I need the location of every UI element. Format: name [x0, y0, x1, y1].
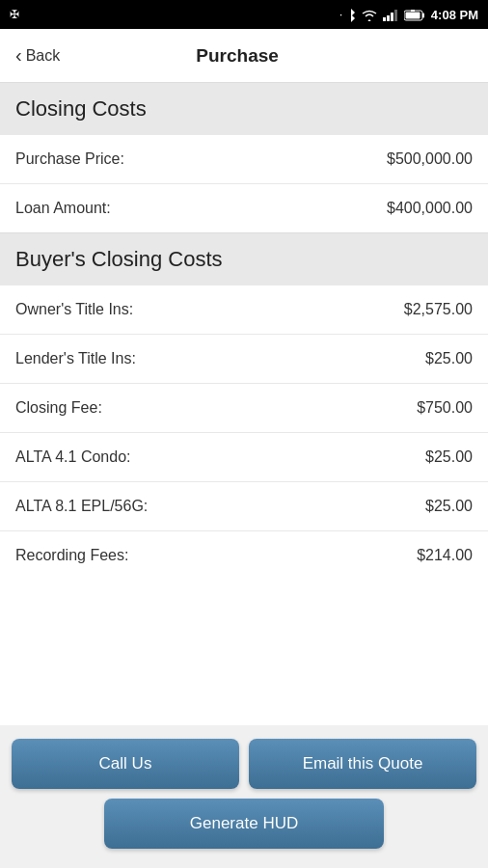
content-area: Closing Costs Purchase Price: $500,000.0…: [0, 83, 488, 725]
table-row: ALTA 8.1 EPL/56G: $25.00: [0, 482, 488, 531]
closing-costs-header: Closing Costs: [0, 83, 488, 135]
table-row: Loan Amount: $400,000.00: [0, 184, 488, 232]
row-label: Purchase Price:: [15, 150, 124, 168]
row-label: Closing Fee:: [15, 399, 102, 417]
table-row: Owner's Title Ins: $2,575.00: [0, 285, 488, 335]
status-time: 4:08 PM: [431, 8, 478, 22]
table-row: Recording Fees: $214.00: [0, 531, 488, 580]
svg-rect-5: [422, 14, 424, 18]
table-row: Purchase Price: $500,000.00: [0, 135, 488, 184]
row-label: Owner's Title Ins:: [15, 301, 133, 318]
email-quote-button[interactable]: Email this Quote: [249, 739, 476, 789]
svg-rect-6: [405, 13, 420, 19]
page-title: Purchase: [60, 45, 415, 67]
nav-bar: ‹ Back Purchase: [0, 29, 488, 83]
buyers-closing-costs-header: Buyer's Closing Costs: [0, 233, 488, 285]
row-label: Lender's Title Ins:: [15, 350, 136, 367]
table-row: Lender's Title Ins: $25.00: [0, 335, 488, 384]
back-label: Back: [26, 47, 61, 65]
row-value: $400,000.00: [387, 200, 473, 217]
status-icons-left: ✠: [10, 8, 19, 21]
row-value: $25.00: [425, 448, 473, 466]
status-icons-right: ∙: [339, 7, 478, 22]
row-label: ALTA 8.1 EPL/56G:: [15, 498, 148, 515]
buyers-closing-costs-rows: Owner's Title Ins: $2,575.00 Lender's Ti…: [0, 285, 488, 580]
battery-icon: [404, 8, 425, 22]
wifi-icon: [362, 8, 377, 22]
closing-costs-rows: Purchase Price: $500,000.00 Loan Amount:…: [0, 135, 488, 232]
generate-hud-button[interactable]: Generate HUD: [104, 799, 383, 849]
call-us-button[interactable]: Call Us: [12, 739, 239, 789]
buttons-area: Call Us Email this Quote Generate HUD: [0, 725, 488, 868]
row-label: ALTA 4.1 Condo:: [15, 448, 130, 466]
bluetooth-icon: ∙: [339, 7, 356, 22]
row-value: $2,575.00: [404, 301, 473, 318]
svg-rect-7: [411, 10, 415, 12]
back-button[interactable]: ‹ Back: [15, 44, 60, 67]
table-row: ALTA 4.1 Condo: $25.00: [0, 433, 488, 482]
row-value: $25.00: [425, 350, 473, 367]
svg-rect-2: [391, 13, 393, 21]
table-row: Closing Fee: $750.00: [0, 384, 488, 433]
buttons-row-bottom: Generate HUD: [12, 799, 476, 849]
chevron-left-icon: ‹: [15, 44, 22, 67]
usb-icon: ✠: [10, 8, 19, 21]
signal-icon: [383, 8, 398, 22]
row-label: Loan Amount:: [15, 200, 111, 217]
row-value: $750.00: [417, 399, 473, 417]
row-value: $25.00: [425, 498, 473, 515]
row-label: Recording Fees:: [15, 547, 128, 564]
status-bar: ✠ ∙: [0, 0, 488, 29]
svg-rect-0: [383, 17, 386, 21]
svg-rect-1: [387, 15, 390, 21]
svg-rect-3: [394, 10, 397, 21]
row-value: $500,000.00: [387, 150, 473, 168]
buttons-row-top: Call Us Email this Quote: [12, 739, 476, 789]
row-value: $214.00: [417, 547, 473, 564]
